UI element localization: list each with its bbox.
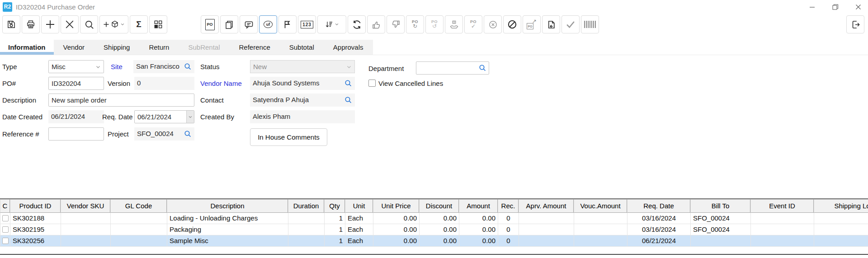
uf-button[interactable]: uf	[259, 15, 277, 33]
req-date-input[interactable]: 06/21/2024	[134, 110, 194, 123]
cell-description[interactable]: Loading - Unloading Charges	[167, 213, 288, 224]
cell-vouc-amount[interactable]	[574, 213, 627, 224]
project-search-icon[interactable]	[184, 130, 192, 138]
search-button[interactable]	[80, 15, 98, 33]
cell-rec[interactable]: 0	[498, 213, 519, 224]
cell-aprv-amount[interactable]	[519, 235, 574, 246]
barcode-button[interactable]	[581, 15, 599, 33]
refresh-button[interactable]	[348, 15, 366, 33]
header-unit-price[interactable]: Unit Price	[373, 199, 419, 213]
header-rec[interactable]: Rec.	[498, 199, 519, 213]
cell-duration[interactable]	[288, 235, 325, 246]
receive-button[interactable]	[445, 15, 463, 33]
close-button[interactable]	[855, 4, 862, 10]
cell-shipping[interactable]	[814, 235, 868, 246]
cell-amount[interactable]: 0.00	[459, 224, 498, 235]
tab-approvals[interactable]: Approvals	[324, 40, 373, 55]
vendor-name-link[interactable]: Vendor Name	[200, 77, 242, 90]
cell-bill-to[interactable]	[691, 235, 751, 246]
row-checkbox[interactable]	[2, 226, 9, 233]
cancel-circle-button[interactable]	[484, 15, 502, 33]
header-event-id[interactable]: Event ID	[750, 199, 814, 213]
cell-event-id[interactable]	[751, 224, 814, 235]
tab-shipping[interactable]: Shipping	[94, 40, 139, 55]
in-house-comments-button[interactable]: In House Comments	[250, 128, 327, 146]
row-checkbox-cell[interactable]	[0, 224, 10, 235]
cell-event-id[interactable]	[751, 235, 814, 246]
cell-product-id[interactable]: SK302188	[10, 213, 61, 224]
po-undo-button[interactable]: PO↺	[425, 15, 443, 33]
cell-qty[interactable]: 1	[325, 213, 345, 224]
contact-search-icon[interactable]	[344, 96, 352, 104]
cell-vendor-sku[interactable]	[61, 213, 111, 224]
cell-shipping[interactable]	[814, 224, 868, 235]
header-checkbox-col[interactable]: C	[0, 199, 10, 213]
numbering-button[interactable]: 123	[298, 15, 316, 33]
cell-amount[interactable]: 0.00	[459, 213, 498, 224]
tab-vendor[interactable]: Vendor	[54, 40, 94, 55]
delete-line-button[interactable]	[61, 15, 79, 33]
header-qty[interactable]: Qty	[324, 199, 345, 213]
cell-qty[interactable]: 1	[325, 235, 345, 246]
cell-product-id[interactable]: SK302195	[10, 224, 61, 235]
restore-button[interactable]	[832, 4, 839, 10]
po-document-button[interactable]: PO	[201, 15, 219, 33]
copy-button[interactable]	[220, 15, 238, 33]
department-search-icon[interactable]	[479, 64, 486, 72]
cell-bill-to[interactable]: SFO_00024	[691, 213, 751, 224]
tab-return[interactable]: Return	[139, 40, 179, 55]
header-description[interactable]: Description	[167, 199, 288, 213]
cell-discount[interactable]: 0.00	[420, 224, 459, 235]
void-button[interactable]	[503, 15, 521, 33]
cell-amount[interactable]: 0.00	[459, 235, 498, 246]
req-date-spinner[interactable]	[186, 111, 194, 123]
revert-document-button[interactable]	[542, 15, 560, 33]
cell-unit[interactable]: Each	[345, 235, 373, 246]
header-req-date[interactable]: Req. Date	[627, 199, 690, 213]
cell-req-date[interactable]: 03/16/2024	[627, 224, 691, 235]
site-link[interactable]: Site	[111, 60, 123, 73]
print-button[interactable]	[22, 15, 40, 33]
row-checkbox[interactable]	[2, 238, 9, 244]
cell-vouc-amount[interactable]	[574, 235, 627, 246]
header-discount[interactable]: Discount	[419, 199, 459, 213]
cell-aprv-amount[interactable]	[519, 213, 574, 224]
table-row-selected[interactable]: SK320256 Sample Misc 1 Each 0.00 0.00 0.…	[0, 235, 868, 247]
tab-information[interactable]: Information	[0, 40, 54, 55]
cell-duration[interactable]	[288, 213, 325, 224]
po-export-button[interactable]: PO↗	[523, 15, 541, 33]
header-duration[interactable]: Duration	[288, 199, 324, 213]
cell-discount[interactable]: 0.00	[420, 235, 459, 246]
type-select[interactable]: Misc	[48, 60, 104, 73]
cell-vendor-sku[interactable]	[61, 224, 111, 235]
cell-vouc-amount[interactable]	[574, 224, 627, 235]
header-vouc-amount[interactable]: Vouc.Amount	[574, 199, 627, 213]
header-unit[interactable]: Unit	[345, 199, 373, 213]
cell-gl-code[interactable]	[111, 224, 167, 235]
cell-event-id[interactable]	[751, 213, 814, 224]
cell-duration[interactable]	[288, 224, 325, 235]
table-row[interactable]: SK302188 Loading - Unloading Charges 1 E…	[0, 213, 868, 224]
po-redo-button[interactable]: PO↻	[406, 15, 424, 33]
save-button[interactable]	[2, 15, 20, 33]
tab-reference[interactable]: Reference	[230, 40, 280, 55]
cell-req-date[interactable]: 03/16/2024	[627, 213, 691, 224]
header-shipping-location[interactable]: Shipping Lo	[814, 199, 868, 213]
cell-bill-to[interactable]: SFO_00024	[691, 224, 751, 235]
cell-rec[interactable]: 0	[498, 235, 519, 246]
header-bill-to[interactable]: Bill To	[690, 199, 750, 213]
sum-button[interactable]: Σ	[130, 15, 148, 33]
view-cancelled-checkbox[interactable]	[368, 80, 376, 87]
cell-gl-code[interactable]	[111, 235, 167, 246]
exit-button[interactable]	[846, 15, 864, 33]
cell-req-date[interactable]: 06/21/2024	[627, 235, 691, 246]
table-row[interactable]: SK302195 Packaging 1 Each 0.00 0.00 0.00…	[0, 224, 868, 235]
add-line-button[interactable]	[41, 15, 59, 33]
minimize-button[interactable]	[809, 4, 816, 10]
add-product-button[interactable]	[99, 15, 128, 33]
cell-unit-price[interactable]: 0.00	[373, 213, 420, 224]
cell-shipping[interactable]	[814, 213, 868, 224]
row-checkbox-cell[interactable]	[0, 213, 10, 224]
description-input[interactable]: New sample order	[48, 94, 194, 107]
thumbs-up-button[interactable]	[367, 15, 385, 33]
